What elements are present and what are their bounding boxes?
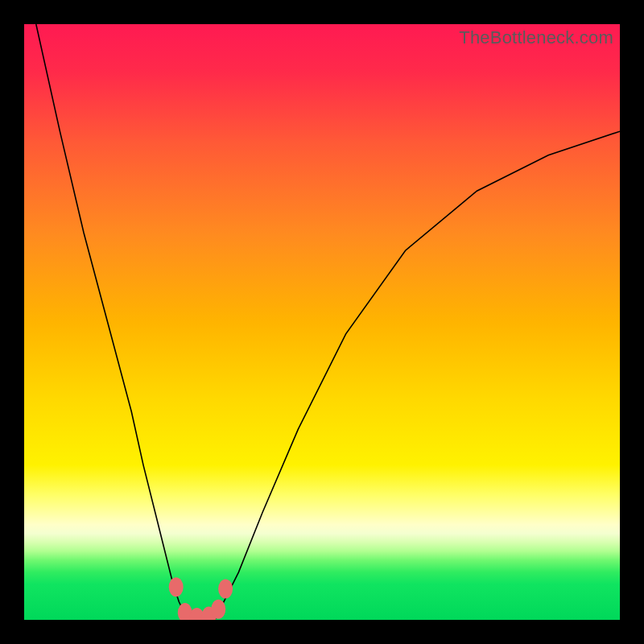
data-marker bbox=[218, 580, 233, 599]
chart-svg bbox=[24, 24, 620, 620]
watermark-text: TheBottleneck.com bbox=[459, 27, 613, 48]
chart-frame: TheBottleneck.com bbox=[24, 24, 620, 620]
data-marker bbox=[211, 600, 225, 619]
curve-group bbox=[36, 24, 620, 620]
data-marker bbox=[169, 577, 184, 597]
bottleneck-curve bbox=[36, 24, 620, 620]
